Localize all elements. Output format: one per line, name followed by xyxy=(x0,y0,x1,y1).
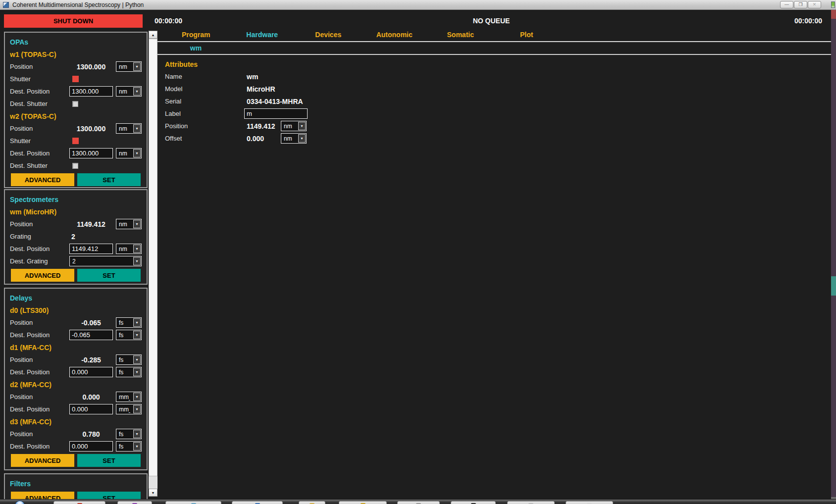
delays-set-button[interactable]: SET xyxy=(77,454,141,467)
model-label: Model xyxy=(165,85,244,93)
opas-advanced-button[interactable]: ADVANCED xyxy=(11,173,74,186)
dropdown-arrow-icon[interactable]: ▼ xyxy=(133,245,141,253)
w1-dest-position-input[interactable] xyxy=(69,86,113,97)
w1-position-row: Position 1300.000 nm ▼ xyxy=(10,60,142,73)
d3-position-unit-dropdown[interactable]: fs ▼ xyxy=(116,429,142,439)
d2-dest-position-input[interactable] xyxy=(69,404,113,414)
d3-dest-position-unit-dropdown[interactable]: fs ▼ xyxy=(116,441,142,452)
w1-dest-position-unit-dropdown[interactable]: nm ▼ xyxy=(116,86,142,97)
taskbar-app-button[interactable] xyxy=(117,501,152,504)
w2-title: w2 (TOPAS-C) xyxy=(10,110,142,122)
dropdown-arrow-icon[interactable]: ▼ xyxy=(298,134,306,143)
scroll-down-icon[interactable]: ▼ xyxy=(149,489,157,497)
taskbar-app-button[interactable] xyxy=(232,501,283,504)
w1-position-unit-dropdown[interactable]: nm ▼ xyxy=(116,61,142,72)
dropdown-arrow-icon[interactable]: ▼ xyxy=(298,122,306,130)
w2-dest-position-unit-dropdown[interactable]: nm ▼ xyxy=(116,148,142,158)
opas-set-button[interactable]: SET xyxy=(77,173,141,186)
dropdown-arrow-icon[interactable]: ▼ xyxy=(133,87,141,96)
scroll-up-icon[interactable]: ▲ xyxy=(149,31,157,39)
model-value: MicroHR xyxy=(244,85,275,93)
offset-value: 0.000 xyxy=(244,135,281,143)
dropdown-arrow-icon[interactable]: ▼ xyxy=(133,220,141,228)
w1-dest-shutter-checkbox[interactable] xyxy=(72,101,78,107)
taskbar-app-button[interactable] xyxy=(397,501,440,504)
minimize-icon[interactable]: — xyxy=(780,1,793,8)
dropdown-arrow-icon[interactable]: ▼ xyxy=(133,442,141,451)
scrollbar-thumb[interactable] xyxy=(149,39,157,476)
position-unit-dropdown[interactable]: nm ▼ xyxy=(281,121,307,131)
d0-dest-position-input[interactable] xyxy=(69,330,113,340)
sidebar-scrollbar[interactable]: ▲ ▼ xyxy=(149,31,157,497)
dropdown-arrow-icon[interactable]: ▼ xyxy=(133,62,141,71)
label-input[interactable] xyxy=(244,108,308,119)
tab-separator xyxy=(157,41,831,42)
spectrometers-set-button[interactable]: SET xyxy=(77,269,141,282)
tab-hardware[interactable]: Hardware xyxy=(229,31,296,41)
dropdown-arrow-icon[interactable]: ▼ xyxy=(133,405,141,413)
taskbar-app-button[interactable] xyxy=(299,501,325,504)
wm-dest-position-label: Dest. Position xyxy=(10,245,69,252)
d0-position-unit-dropdown[interactable]: fs ▼ xyxy=(116,317,142,328)
tab-autonomic[interactable]: Autonomic xyxy=(362,31,428,41)
w2-dest-position-input[interactable] xyxy=(69,148,113,158)
delays-advanced-button[interactable]: ADVANCED xyxy=(11,454,74,467)
restore-icon[interactable]: ❐ xyxy=(794,1,807,8)
background-window-icon xyxy=(831,1,835,8)
attr-row-offset: Offset 0.000 nm ▼ xyxy=(161,132,369,145)
d2-position-unit: mm_ xyxy=(116,394,130,401)
d3-position-label: Position xyxy=(10,430,69,438)
attr-row-label: Label xyxy=(161,107,369,120)
tab-program[interactable]: Program xyxy=(163,31,229,41)
dropdown-arrow-icon[interactable]: ▼ xyxy=(133,393,141,401)
shut-down-button[interactable]: SHUT DOWN xyxy=(4,14,143,28)
dropdown-arrow-icon[interactable]: ▼ xyxy=(133,318,141,327)
taskbar-app-button[interactable] xyxy=(566,501,613,504)
w2-dest-shutter-checkbox[interactable] xyxy=(72,163,78,169)
d2-position-label: Position xyxy=(10,393,69,401)
d1-dest-position-unit-dropdown[interactable]: fs ▼ xyxy=(116,367,142,377)
d1-position-unit-dropdown[interactable]: fs ▼ xyxy=(116,354,142,365)
taskbar-app-button[interactable] xyxy=(507,501,555,504)
dropdown-arrow-icon[interactable]: ▼ xyxy=(133,368,141,376)
wm-dest-position-unit-dropdown[interactable]: nm ▼ xyxy=(116,244,142,254)
subtab-wm[interactable]: wm xyxy=(163,44,229,52)
tab-devices[interactable]: Devices xyxy=(295,31,362,41)
dropdown-arrow-icon[interactable]: ▼ xyxy=(133,430,141,438)
tab-plot[interactable]: Plot xyxy=(494,31,560,41)
d3-dest-position-input[interactable] xyxy=(69,441,113,452)
wm-dest-position-input[interactable] xyxy=(69,244,113,254)
d2-position-row: Position 0.000 mm_ ▼ xyxy=(10,391,142,403)
w2-position-unit-dropdown[interactable]: nm ▼ xyxy=(116,123,142,134)
taskbar-app-button[interactable] xyxy=(165,501,221,504)
d0-position-value: -0.065 xyxy=(81,319,101,327)
d1-position-value: -0.285 xyxy=(81,356,101,364)
wm-position-unit-dropdown[interactable]: nm ▼ xyxy=(116,219,142,229)
d2-dest-position-unit-dropdown[interactable]: mm_ ▼ xyxy=(116,404,142,414)
w1-position-unit: nm xyxy=(116,63,130,70)
close-icon[interactable]: ✕ xyxy=(808,1,821,8)
d0-dest-position-unit-dropdown[interactable]: fs ▼ xyxy=(116,330,142,340)
spectrometers-advanced-button[interactable]: ADVANCED xyxy=(11,269,74,282)
d2-dest-position-unit: mm_ xyxy=(116,406,130,413)
dropdown-arrow-icon[interactable]: ▼ xyxy=(133,149,141,157)
d1-dest-position-input[interactable] xyxy=(69,367,113,377)
taskbar-app-button[interactable] xyxy=(451,501,496,504)
w2-dest-position-label: Dest. Position xyxy=(10,150,69,157)
dropdown-arrow-icon[interactable]: ▼ xyxy=(133,355,141,364)
taskbar-app-button[interactable] xyxy=(53,501,105,504)
wm-dest-grating-value: 2 xyxy=(70,258,129,265)
tab-somatic[interactable]: Somatic xyxy=(427,31,494,41)
dropdown-arrow-icon[interactable]: ▼ xyxy=(133,331,141,339)
spectrometers-title: Spectrometers xyxy=(10,193,142,205)
taskbar-app-button[interactable] xyxy=(339,501,387,504)
offset-unit-dropdown[interactable]: nm ▼ xyxy=(281,133,307,144)
main-tab-bar: Program Hardware Devices Autonomic Somat… xyxy=(163,31,560,41)
dropdown-arrow-icon[interactable]: ▼ xyxy=(133,257,141,265)
wm-dest-grating-dropdown[interactable]: 2 ▼ xyxy=(69,256,142,266)
delays-title: Delays xyxy=(10,292,142,304)
dropdown-arrow-icon[interactable]: ▼ xyxy=(133,124,141,133)
d2-position-unit-dropdown[interactable]: mm_ ▼ xyxy=(116,392,142,402)
start-button-icon[interactable] xyxy=(15,501,25,504)
queue-status: NO QUEUE xyxy=(152,17,831,25)
